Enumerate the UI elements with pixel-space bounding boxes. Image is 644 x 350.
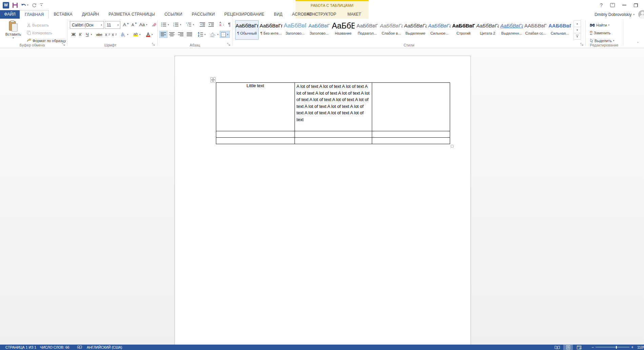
font-size-combo[interactable]: 11 ▾ xyxy=(105,21,120,29)
replace-button[interactable]: abac Заменить xyxy=(589,29,611,36)
strikethrough-button[interactable]: abc xyxy=(95,31,103,38)
numbering-button[interactable]: 123 ▾ xyxy=(172,21,182,28)
table-move-handle[interactable] xyxy=(210,77,216,82)
read-mode-button[interactable] xyxy=(552,345,562,350)
zoom-slider-track[interactable] xyxy=(596,347,629,347)
style-item-quote2[interactable]: АаБбВвГгЦитата 2 xyxy=(476,20,499,40)
tab-home[interactable]: ГЛАВНАЯ xyxy=(20,10,49,19)
text-effects-button[interactable]: А xyxy=(120,31,125,38)
style-item-heading1[interactable]: АаБбВвГгЗаголово... xyxy=(283,20,307,40)
bullets-button[interactable]: ▾ xyxy=(160,21,170,28)
tab-insert[interactable]: ВСТАВКА xyxy=(49,10,77,19)
copy-button[interactable]: Копировать xyxy=(26,29,53,36)
zoom-slider-knob[interactable] xyxy=(616,346,617,349)
paragraph-dialog-launcher[interactable] xyxy=(227,43,231,46)
subscript-button[interactable]: x2 xyxy=(104,31,111,38)
sort-button[interactable]: АЯ ↓ xyxy=(218,20,225,27)
styles-scroll-up-button[interactable]: ▲ xyxy=(574,21,581,27)
zoom-in-button[interactable]: + xyxy=(631,345,633,350)
account-menu[interactable]: Dmitriy Dobrovolskiy ▾ xyxy=(595,10,635,19)
style-item-heading2[interactable]: АаБбВвГЗаголово... xyxy=(307,20,331,40)
style-item-normal[interactable]: АаБбВвГг,¶ Обычный xyxy=(235,20,259,40)
shading-dropdown-arrow[interactable]: ▾ xyxy=(217,33,219,36)
clipboard-dialog-launcher[interactable] xyxy=(62,43,66,46)
style-item-strong[interactable]: АаБбВвГг,Строгий xyxy=(452,20,475,40)
web-layout-button[interactable] xyxy=(574,345,584,350)
shrink-font-button[interactable]: А▼ xyxy=(130,21,138,28)
align-left-button[interactable] xyxy=(159,31,167,38)
tab-references[interactable]: ССЫЛКИ xyxy=(160,10,187,19)
word-count[interactable]: ЧИСЛО СЛОВ: 66 xyxy=(40,345,69,350)
justify-button[interactable] xyxy=(186,31,193,38)
table-cell-empty[interactable] xyxy=(372,83,450,131)
ribbon-display-options-button[interactable] xyxy=(610,3,615,7)
style-item-emphasis[interactable]: АаБбВвГгВыделение xyxy=(404,20,427,40)
redo-button[interactable] xyxy=(32,3,37,7)
multilevel-list-button[interactable]: 1ai ▾ xyxy=(185,21,195,28)
shading-button[interactable]: ▾ xyxy=(209,31,220,38)
undo-button[interactable]: ▾ xyxy=(21,3,28,7)
paste-button[interactable]: Вставить ▾ xyxy=(3,20,24,46)
tab-review[interactable]: РЕЦЕНЗИРОВАНИЕ xyxy=(220,10,269,19)
language-indicator[interactable]: АНГЛИЙСКИЙ (США) xyxy=(87,345,122,350)
tab-file[interactable]: ФАЙЛ xyxy=(0,10,20,19)
tab-design[interactable]: ДИЗАЙН xyxy=(77,10,104,19)
table-cell-empty[interactable] xyxy=(295,138,372,144)
table-cell-lot-text[interactable]: A lot of text A lot of text A lot of tex… xyxy=(295,83,372,131)
grow-font-button[interactable]: А▲ xyxy=(122,21,130,28)
line-spacing-dropdown-arrow[interactable]: ▾ xyxy=(204,33,206,36)
tab-table-layout[interactable]: МАКЕТ xyxy=(347,10,361,19)
style-item-subtle-emphasis[interactable]: АаБбВвГгСлабое в... xyxy=(380,20,403,40)
style-item-subtitle[interactable]: АаБбВвГПодзагол... xyxy=(356,20,379,40)
find-dropdown-arrow[interactable]: ▾ xyxy=(608,24,609,26)
highlight-button[interactable]: ab ▾ xyxy=(132,31,142,38)
table-cell-empty[interactable] xyxy=(372,138,450,144)
table-cell-empty[interactable] xyxy=(216,138,295,144)
proofing-status-icon[interactable] xyxy=(77,345,82,350)
borders-dropdown-arrow[interactable]: ▾ xyxy=(227,33,228,36)
minimize-button[interactable] xyxy=(622,5,626,5)
document-area[interactable]: Little text A lot of text A lot of text … xyxy=(0,48,644,345)
show-marks-button[interactable]: ¶ xyxy=(227,21,232,28)
font-name-dropdown-arrow[interactable]: ▾ xyxy=(99,24,103,26)
find-button[interactable]: Найти ▾ xyxy=(589,21,610,28)
customize-qat-button[interactable]: ▾ xyxy=(40,3,43,7)
print-layout-button[interactable] xyxy=(563,345,573,350)
table-cell-empty[interactable] xyxy=(216,131,295,138)
font-size-dropdown-arrow[interactable]: ▾ xyxy=(116,24,120,26)
multilevel-dropdown-arrow[interactable]: ▾ xyxy=(193,23,194,26)
underline-button[interactable]: Ч xyxy=(85,31,90,38)
page-indicator[interactable]: СТРАНИЦА 1 ИЗ 1 xyxy=(5,345,36,350)
tab-table-design[interactable]: КОНСТРУКТОР xyxy=(307,10,336,19)
align-center-button[interactable] xyxy=(168,31,176,38)
paste-dropdown-arrow[interactable]: ▾ xyxy=(3,37,24,39)
style-item-intense-reference[interactable]: ААБбВвГг,Сильная... xyxy=(548,20,571,40)
highlight-dropdown-arrow[interactable]: ▾ xyxy=(139,33,141,36)
table-cell-empty[interactable] xyxy=(372,131,450,138)
text-effects-dropdown-arrow[interactable]: ▾ xyxy=(127,33,128,36)
style-item-intense-quote[interactable]: АаБбВвГгВыделенн... xyxy=(500,20,523,40)
cut-button[interactable]: Вырезать xyxy=(26,21,50,28)
styles-gallery-more-button[interactable]: ▼ xyxy=(574,33,581,39)
font-color-dropdown-arrow[interactable]: ▾ xyxy=(152,33,153,36)
borders-button[interactable]: ▾ xyxy=(220,31,230,38)
style-item-intense-emphasis[interactable]: АаБбВвГгСильное... xyxy=(428,20,451,40)
bullets-dropdown-arrow[interactable]: ▾ xyxy=(168,23,169,26)
tab-page-layout[interactable]: РАЗМЕТКА СТРАНИЦЫ xyxy=(104,10,160,19)
decrease-indent-button[interactable] xyxy=(199,21,206,28)
font-name-combo[interactable]: Calibri (Осн ▾ xyxy=(70,21,104,29)
change-case-button[interactable]: Аа▾ xyxy=(138,21,148,28)
help-button[interactable]: ? xyxy=(600,2,603,8)
style-item-no-spacing[interactable]: АаБбВвГг,¶ Без инте... xyxy=(259,20,283,40)
collapse-ribbon-icon[interactable]: ⌃ xyxy=(637,42,639,45)
increase-indent-button[interactable] xyxy=(207,21,215,28)
font-color-button[interactable]: А ▾ xyxy=(145,31,154,38)
zoom-percentage[interactable]: 110% xyxy=(637,345,644,350)
restore-button[interactable] xyxy=(634,3,638,7)
table-cell-little-text[interactable]: Little text xyxy=(216,83,295,131)
document-table[interactable]: Little text A lot of text A lot of text … xyxy=(216,82,450,144)
superscript-button[interactable]: x2 xyxy=(111,31,118,38)
numbering-dropdown-arrow[interactable]: ▾ xyxy=(180,23,181,26)
line-spacing-button[interactable]: ▾ xyxy=(197,31,207,38)
style-item-subtle-reference[interactable]: ААББВвГгСлабая сс... xyxy=(524,20,547,40)
